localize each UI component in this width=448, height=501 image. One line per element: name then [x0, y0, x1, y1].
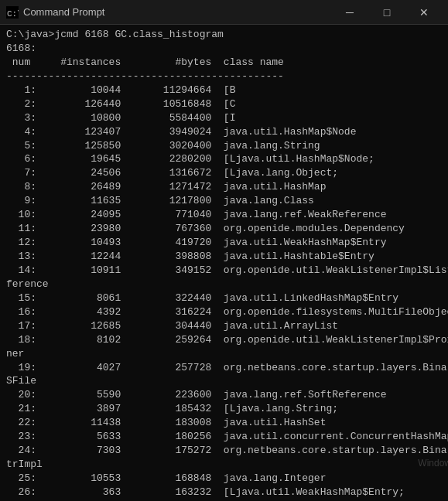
terminal-line: 10: 24095 771040 java.lang.ref.WeakRefer… [6, 208, 442, 222]
window-title: Command Prompt [23, 6, 104, 18]
terminal-line: 1: 10044 11294664 [B [6, 84, 442, 97]
minimize-button[interactable]: ─ [332, 0, 368, 25]
terminal-line: trImpl [6, 458, 442, 472]
terminal-line: 7: 24506 1316672 [Ljava.lang.Object; [6, 166, 442, 180]
terminal-line: 25: 10553 168848 java.lang.Integer [6, 472, 442, 486]
maximize-button[interactable]: □ [369, 0, 405, 25]
terminal-line: 8: 26489 1271472 java.util.HashMap [6, 180, 442, 194]
terminal-line: 16: 4392 316224 org.openide.filesystems.… [6, 305, 442, 319]
terminal-line: 6168: [6, 42, 442, 56]
terminal-line: num #instances #bytes class name [6, 56, 442, 70]
terminal-line: ference [6, 278, 442, 291]
terminal-line: 13: 12244 398808 java.util.Hashtable$Ent… [6, 250, 442, 264]
terminal-line: 19: 4027 257728 org.netbeans.core.startu… [6, 361, 442, 375]
terminal-line: 22: 11438 183008 java.util.HashSet [6, 416, 442, 430]
terminal-line: 23: 5633 180256 java.util.concurrent.Con… [6, 430, 442, 444]
window-container: C:\ Command Prompt ─ □ ✕ C:\java>jcmd 61… [0, 0, 448, 501]
terminal-line: 26: 363 163232 [Ljava.util.WeakHashMap$E… [6, 486, 442, 499]
terminal-line: C:\java>jcmd 6168 GC.class_histogram [6, 28, 442, 42]
terminal-line: 24: 7303 175272 org.netbeans.core.startu… [6, 444, 442, 458]
terminal-line: 6: 19645 2280200 [Ljava.util.HashMap$Nod… [6, 152, 442, 166]
title-bar-left: C:\ Command Prompt [6, 6, 104, 19]
terminal-line: 14: 10911 349152 org.openide.util.WeakLi… [6, 264, 442, 278]
cmd-icon: C:\ [6, 6, 19, 19]
terminal-line: 9: 11635 1217800 java.lang.Class [6, 194, 442, 208]
terminal-line: 3: 10800 5584400 [I [6, 111, 442, 125]
svg-text:C:\: C:\ [7, 9, 19, 19]
window-controls: ─ □ ✕ [332, 0, 442, 25]
terminal-line: ----------------------------------------… [6, 70, 442, 84]
terminal-line: 20: 5590 223600 java.lang.ref.SoftRefere… [6, 388, 442, 402]
terminal-line: 17: 12685 304440 java.util.ArrayList [6, 319, 442, 333]
terminal-line: 2: 126440 10516848 [C [6, 97, 442, 111]
terminal-line: 18: 8102 259264 org.openide.util.WeakLis… [6, 333, 442, 347]
title-bar: C:\ Command Prompt ─ □ ✕ [0, 0, 448, 25]
terminal-body[interactable]: C:\java>jcmd 6168 GC.class_histogram6168… [0, 25, 448, 501]
terminal-line: 12: 10493 419720 java.util.WeakHashMap$E… [6, 236, 442, 250]
terminal-line: 21: 3897 185432 [Ljava.lang.String; [6, 402, 442, 416]
terminal-line: 5: 125850 3020400 java.lang.String [6, 139, 442, 153]
close-button[interactable]: ✕ [406, 0, 442, 25]
terminal-line: SFile [6, 374, 442, 388]
terminal-output: C:\java>jcmd 6168 GC.class_histogram6168… [6, 28, 442, 501]
terminal-line: ner [6, 347, 442, 361]
terminal-line: 15: 8061 322440 java.util.LinkedHashMap$… [6, 291, 442, 305]
terminal-line: 11: 23980 767360 org.openide.modules.Dep… [6, 222, 442, 236]
terminal-line: 4: 123407 3949024 java.util.HashMap$Node [6, 125, 442, 139]
